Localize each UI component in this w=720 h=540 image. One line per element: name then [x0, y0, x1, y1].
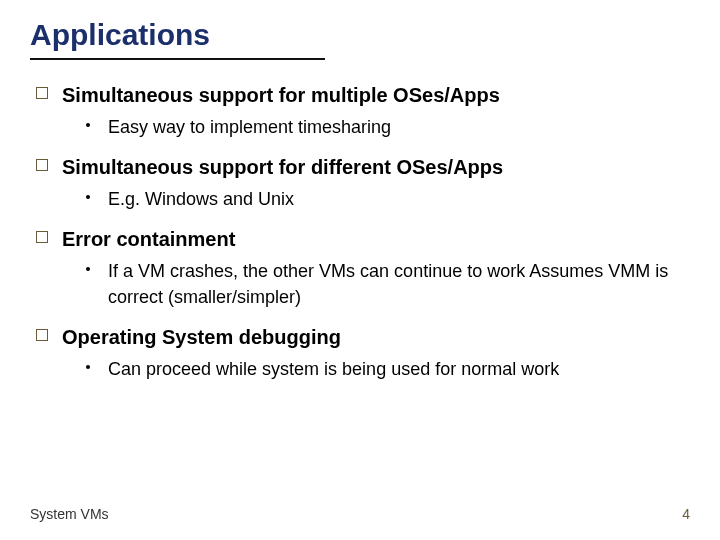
list-item-heading: Simultaneous support for different OSes/… [62, 154, 503, 180]
list-subitem-text: If a VM crashes, the other VMs can conti… [108, 258, 690, 310]
square-bullet-icon [36, 329, 48, 341]
dot-bullet-icon [86, 195, 90, 199]
bullet-list: Simultaneous support for multiple OSes/A… [30, 82, 690, 382]
list-item: Operating System debugging [36, 324, 690, 350]
list-item-heading: Operating System debugging [62, 324, 341, 350]
list-subitem: If a VM crashes, the other VMs can conti… [86, 258, 690, 310]
slide: Applications Simultaneous support for mu… [0, 0, 720, 382]
footer-left: System VMs [30, 506, 109, 522]
dot-bullet-icon [86, 267, 90, 271]
square-bullet-icon [36, 87, 48, 99]
list-subitem: Easy way to implement timesharing [86, 114, 690, 140]
list-subitem: E.g. Windows and Unix [86, 186, 690, 212]
list-subitem-text: Easy way to implement timesharing [108, 114, 391, 140]
title-rule [30, 58, 325, 60]
list-item: Simultaneous support for different OSes/… [36, 154, 690, 180]
square-bullet-icon [36, 159, 48, 171]
list-item-heading: Simultaneous support for multiple OSes/A… [62, 82, 500, 108]
list-subitem: Can proceed while system is being used f… [86, 356, 690, 382]
list-item-heading: Error containment [62, 226, 235, 252]
slide-title: Applications [30, 18, 690, 52]
list-item: Simultaneous support for multiple OSes/A… [36, 82, 690, 108]
page-number: 4 [682, 506, 690, 522]
dot-bullet-icon [86, 123, 90, 127]
list-item: Error containment [36, 226, 690, 252]
square-bullet-icon [36, 231, 48, 243]
list-subitem-text: Can proceed while system is being used f… [108, 356, 559, 382]
dot-bullet-icon [86, 365, 90, 369]
list-subitem-text: E.g. Windows and Unix [108, 186, 294, 212]
footer: System VMs 4 [30, 506, 690, 522]
